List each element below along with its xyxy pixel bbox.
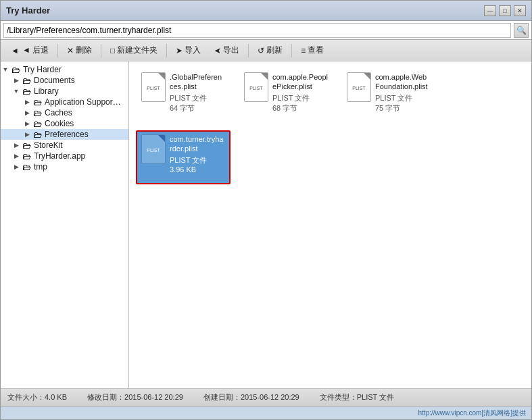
expand-icon-tryharder-app[interactable]: ▶ [11, 151, 21, 161]
separator-2 [101, 44, 101, 57]
file-icon-people-picker: PLIST [244, 72, 268, 102]
file-item-webfoundation[interactable]: PLIST com.apple.WebFoundation.plist PLIS… [341, 68, 436, 122]
expand-icon-documents[interactable]: ▶ [11, 76, 21, 85]
view-button[interactable]: ≡ 查看 [295, 43, 330, 59]
sidebar-label-try-harder: Try Harder [23, 65, 62, 74]
expand-icon-preferences[interactable]: ▶ [22, 130, 32, 139]
sidebar-label-tmp: tmp [34, 162, 47, 172]
status-created: 创建日期：2015-06-12 20:29 [203, 392, 299, 402]
sidebar-item-library[interactable]: ▼ 🗁 Library [1, 86, 128, 97]
sidebar-item-try-harder[interactable]: ▼ 🗁 Try Harder [1, 64, 128, 75]
file-item-global-preferences[interactable]: PLIST .GlobalPreferences.plist PLIST 文件 … [136, 68, 231, 122]
sidebar-item-storekit[interactable]: ▶ 🗁 StoreKit [1, 140, 128, 151]
sidebar[interactable]: ▼ 🗁 Try Harder ▶ 🗁 Documents ▼ 🗁 Library… [1, 61, 129, 388]
file-size-people-picker: 68 字节 [272, 103, 328, 113]
expand-icon-caches[interactable]: ▶ [22, 108, 32, 117]
window-title: Try Harder [6, 5, 50, 16]
file-type-tryharder-plist: PLIST 文件 [170, 155, 225, 165]
sidebar-item-preferences[interactable]: ▶ 🗁 Preferences [1, 129, 128, 140]
import-icon: ➤ [176, 46, 183, 55]
folder-icon-tryharder-app: 🗁 [21, 151, 32, 161]
expand-icon-try-harder[interactable]: ▼ [1, 65, 10, 74]
expand-icon-library[interactable]: ▼ [11, 86, 21, 96]
status-file-size: 文件大小：4.0 KB [7, 392, 67, 402]
file-item-tryharder-plist[interactable]: PLIST com.turner.tryharder.plist PLIST 文… [136, 130, 231, 184]
expand-icon-cookies[interactable]: ▶ [22, 119, 32, 128]
file-info-people-picker: com.apple.PeoplePicker.plist PLIST 文件 68… [272, 72, 328, 113]
folder-icon-tmp: 🗁 [21, 162, 32, 172]
sidebar-label-app-support: Application Suppor… [45, 97, 121, 107]
window-controls: — □ ✕ [484, 5, 526, 16]
main-area: ▼ 🗁 Try Harder ▶ 🗁 Documents ▼ 🗁 Library… [1, 61, 531, 388]
status-modified: 修改日期：2015-06-12 20:29 [87, 392, 183, 402]
sidebar-label-documents: Documents [34, 76, 75, 85]
back-icon: ◄ [11, 46, 19, 55]
folder-icon-app-support: 🗁 [32, 97, 43, 107]
sidebar-label-preferences: Preferences [45, 130, 89, 139]
refresh-icon: ↺ [258, 46, 264, 55]
sidebar-item-tryharder-app[interactable]: ▶ 🗁 TryHarder.app [1, 151, 128, 161]
sidebar-label-tryharder-app: TryHarder.app [34, 151, 85, 161]
file-icon-webfoundation: PLIST [347, 72, 371, 102]
file-icon-tryharder-plist: PLIST [141, 134, 166, 164]
file-type-people-picker: PLIST 文件 [272, 93, 328, 103]
delete-button[interactable]: ✕ 删除 [61, 43, 98, 59]
file-view[interactable]: PLIST .GlobalPreferences.plist PLIST 文件 … [129, 61, 531, 388]
sidebar-item-caches[interactable]: ▶ 🗁 Caches [1, 107, 128, 118]
folder-icon-storekit: 🗁 [21, 140, 32, 150]
sidebar-item-tmp[interactable]: ▶ 🗁 tmp [1, 161, 128, 172]
path-input[interactable] [3, 23, 511, 38]
file-size-tryharder-plist: 3.96 KB [170, 165, 225, 174]
separator-4 [248, 44, 249, 57]
file-name-webfoundation: com.apple.WebFoundation.plist [375, 72, 431, 92]
sidebar-item-documents[interactable]: ▶ 🗁 Documents [1, 75, 128, 86]
file-size-global-preferences: 64 字节 [170, 103, 225, 113]
expand-icon-storekit[interactable]: ▶ [11, 140, 21, 150]
view-icon: ≡ [301, 46, 306, 55]
separator-5 [291, 44, 292, 57]
toolbar: ◄ ◄ 后退 ✕ 删除 □ 新建文件夹 ➤ 导入 ➤ 导出 ↺ 刷新 ≡ [1, 40, 531, 61]
folder-icon-documents: 🗁 [21, 76, 32, 85]
export-button[interactable]: ➤ 导出 [208, 43, 245, 59]
sidebar-item-cookies[interactable]: ▶ 🗁 Cookies [1, 118, 128, 129]
file-type-webfoundation: PLIST 文件 [375, 93, 431, 103]
minimize-button[interactable]: — [484, 5, 496, 16]
maximize-button[interactable]: □ [499, 5, 511, 16]
folder-icon-cookies: 🗁 [32, 119, 43, 128]
status-type: 文件类型：PLIST 文件 [320, 392, 394, 402]
back-button[interactable]: ◄ ◄ 后退 [5, 43, 55, 59]
expand-icon-tmp[interactable]: ▶ [11, 162, 21, 172]
file-info-global-preferences: .GlobalPreferences.plist PLIST 文件 64 字节 [170, 72, 225, 113]
file-info-webfoundation: com.apple.WebFoundation.plist PLIST 文件 7… [375, 72, 431, 113]
separator-1 [57, 44, 58, 57]
file-info-tryharder-plist: com.turner.tryharder.plist PLIST 文件 3.96… [170, 134, 225, 174]
refresh-button[interactable]: ↺ 刷新 [251, 43, 289, 59]
export-icon: ➤ [214, 46, 221, 55]
file-item-people-picker[interactable]: PLIST com.apple.PeoplePicker.plist PLIST… [239, 68, 333, 122]
folder-icon-preferences: 🗁 [32, 130, 43, 139]
sidebar-item-application-support[interactable]: ▶ 🗁 Application Suppor… [1, 97, 128, 107]
sidebar-label-library: Library [34, 86, 59, 96]
new-folder-icon: □ [110, 46, 115, 55]
separator-3 [166, 44, 167, 57]
expand-icon-app-support[interactable]: ▶ [22, 97, 32, 107]
close-button[interactable]: ✕ [514, 5, 526, 16]
sidebar-label-storekit: StoreKit [34, 140, 63, 150]
file-size-webfoundation: 75 字节 [375, 103, 431, 113]
file-name-global-preferences: .GlobalPreferences.plist [170, 72, 225, 92]
watermark-text: http://www.vipcn.com[清风网络]提供 [418, 409, 526, 418]
main-window: Try Harder — □ ✕ 🔍 ◄ ◄ 后退 ✕ 删除 □ 新建文件夹 [0, 0, 532, 420]
import-button[interactable]: ➤ 导入 [170, 43, 207, 59]
watermark: http://www.vipcn.com[清风网络]提供 [1, 406, 531, 419]
addressbar: 🔍 [1, 21, 531, 40]
file-icon-global-preferences: PLIST [141, 72, 166, 102]
file-name-people-picker: com.apple.PeoplePicker.plist [272, 72, 328, 92]
folder-icon-try-harder: 🗁 [10, 65, 21, 74]
folder-icon-library: 🗁 [21, 86, 32, 96]
statusbar: 文件大小：4.0 KB 修改日期：2015-06-12 20:29 创建日期：2… [1, 388, 531, 406]
search-button[interactable]: 🔍 [514, 23, 529, 38]
titlebar: Try Harder — □ ✕ [1, 1, 531, 21]
new-folder-button[interactable]: □ 新建文件夹 [104, 43, 164, 59]
sidebar-label-caches: Caches [45, 108, 72, 117]
file-name-tryharder-plist: com.turner.tryharder.plist [170, 134, 225, 154]
